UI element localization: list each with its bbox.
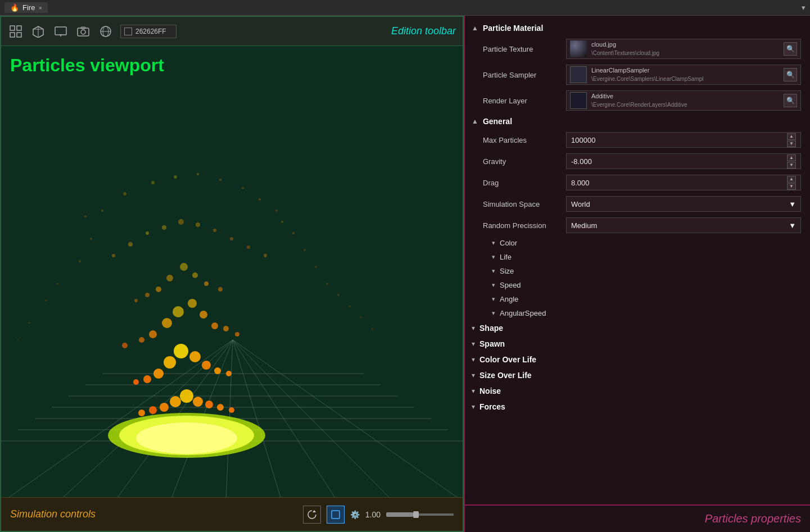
properties-footer-label: Particles properties [705, 512, 801, 525]
max-particles-up[interactable]: ▲ [787, 133, 796, 140]
drag-value[interactable]: 8.000 ▲ ▼ [566, 175, 801, 190]
noise-title: Noise [479, 387, 501, 395]
angle-item[interactable]: ▾ Angle [465, 292, 810, 306]
svg-point-100 [337, 294, 340, 296]
sim-speed-slider[interactable] [386, 513, 454, 516]
svg-point-97 [304, 249, 306, 251]
svg-point-11 [81, 30, 85, 34]
svg-rect-1 [17, 26, 21, 30]
svg-point-81 [101, 210, 103, 212]
svg-point-103 [371, 328, 373, 330]
particle-texture-value[interactable]: cloud.jpg \Content\Textures\cloud.jpg 🔍 [566, 39, 801, 59]
svg-rect-3 [17, 33, 21, 37]
sampler-path: \Evergine.Core\Samplers\LinearClampSampl [591, 75, 779, 83]
drag-up[interactable]: ▲ [787, 176, 796, 183]
color-over-life-chevron: ▾ [472, 356, 475, 363]
size-over-life-section[interactable]: ▾ Size Over Life [465, 367, 810, 383]
svg-point-84 [174, 175, 177, 179]
svg-point-38 [193, 397, 203, 407]
circle-icon[interactable] [98, 24, 114, 39]
svg-rect-0 [10, 26, 15, 30]
general-section[interactable]: ▲ General [465, 113, 810, 129]
render-layer-thumbnail [570, 92, 587, 109]
drag-down[interactable]: ▼ [787, 183, 796, 190]
particle-material-section[interactable]: ▲ Particle Material [465, 20, 810, 36]
screen-icon[interactable] [53, 24, 69, 39]
svg-point-68 [145, 293, 150, 297]
spawn-section[interactable]: ▾ Spawn [465, 336, 810, 352]
render-layer-search-button[interactable]: 🔍 [784, 94, 797, 107]
drag-text: 8.000 [571, 179, 590, 187]
max-particles-down[interactable]: ▼ [787, 140, 796, 147]
color-picker[interactable]: 262626FF [120, 25, 177, 38]
max-particles-value[interactable]: 100000 ▲ ▼ [566, 132, 801, 148]
speed-item[interactable]: ▾ Speed [465, 278, 810, 292]
color-item[interactable]: ▾ Color [465, 236, 810, 250]
sim-play-button[interactable] [327, 506, 345, 524]
svg-point-105 [17, 339, 19, 341]
noise-section[interactable]: ▾ Noise [465, 383, 810, 399]
svg-point-39 [205, 401, 213, 408]
drag-spinner[interactable]: ▲ ▼ [787, 176, 796, 190]
camera-icon[interactable] [75, 24, 91, 39]
svg-point-43 [229, 407, 234, 413]
svg-point-59 [139, 337, 144, 343]
simulation-space-dropdown[interactable]: World ▼ [566, 196, 801, 212]
svg-point-62 [235, 332, 239, 337]
speed-chevron: ▾ [492, 281, 495, 289]
sim-controls-label: Simulation controls [10, 508, 96, 520]
simulation-space-row: Simulation Space World ▼ [465, 193, 810, 215]
sim-reset-button[interactable] [303, 506, 321, 524]
svg-point-86 [219, 179, 221, 181]
particle-sampler-row: Particle Sampler LinearClampSampler \Eve… [465, 62, 810, 88]
size-over-life-chevron: ▾ [472, 371, 475, 379]
size-chevron: ▾ [492, 267, 495, 275]
svg-point-37 [180, 389, 193, 403]
tab-close-button[interactable]: × [38, 4, 42, 11]
particle-sampler-value[interactable]: LinearClampSampler \Evergine.Core\Sample… [566, 65, 801, 85]
svg-rect-7 [55, 27, 66, 35]
fire-tab[interactable]: 🔥 Fire × [4, 2, 48, 13]
gravity-up[interactable]: ▲ [787, 154, 796, 161]
sampler-search-button[interactable]: 🔍 [784, 68, 797, 81]
shape-section[interactable]: ▾ Shape [465, 320, 810, 336]
simulation-space-text: World [571, 200, 590, 208]
angularspeed-label: AngularSpeed [500, 309, 546, 317]
angle-label: Angle [500, 295, 518, 303]
render-layer-row: Render Layer Additive \Evergine.Core\Ren… [465, 88, 810, 113]
forces-section[interactable]: ▾ Forces [465, 399, 810, 415]
svg-point-96 [45, 299, 47, 302]
svg-point-101 [349, 305, 351, 307]
svg-point-88 [259, 198, 261, 201]
angle-chevron: ▾ [492, 295, 495, 303]
max-particles-spinner[interactable]: ▲ ▼ [787, 133, 796, 147]
grid-icon[interactable] [8, 24, 24, 39]
cube-icon[interactable] [30, 24, 46, 39]
gravity-spinner[interactable]: ▲ ▼ [787, 154, 796, 169]
svg-point-58 [211, 322, 218, 329]
color-over-life-section[interactable]: ▾ Color Over Life [465, 352, 810, 367]
gravity-text: -8.000 [571, 157, 592, 166]
svg-point-48 [202, 361, 211, 370]
svg-point-87 [242, 187, 244, 189]
svg-point-40 [149, 406, 157, 414]
spawn-title: Spawn [479, 339, 505, 348]
titlebar-dropdown[interactable]: ▾ [802, 3, 806, 12]
color-label: Color [500, 239, 517, 247]
gravity-value[interactable]: -8.000 ▲ ▼ [566, 153, 801, 169]
life-item[interactable]: ▾ Life [465, 250, 810, 264]
angularspeed-item[interactable]: ▾ AngularSpeed [465, 306, 810, 320]
svg-point-53 [149, 330, 157, 338]
main-layout: 262626FF Edition toolbar Particles viewp… [0, 16, 810, 532]
gravity-down[interactable]: ▼ [787, 162, 796, 169]
size-item[interactable]: ▾ Size [465, 264, 810, 278]
svg-point-93 [79, 260, 81, 262]
render-layer-value[interactable]: Additive \Evergine.Core\RenderLayers\Add… [566, 90, 801, 111]
texture-search-button[interactable]: 🔍 [784, 42, 797, 56]
random-precission-dropdown[interactable]: Medium ▼ [566, 217, 801, 233]
random-precission-row: Random Precission Medium ▼ [465, 215, 810, 236]
svg-point-67 [204, 281, 209, 286]
noise-chevron: ▾ [472, 387, 475, 395]
color-value: 262626FF [135, 28, 166, 35]
svg-point-63 [156, 287, 161, 292]
